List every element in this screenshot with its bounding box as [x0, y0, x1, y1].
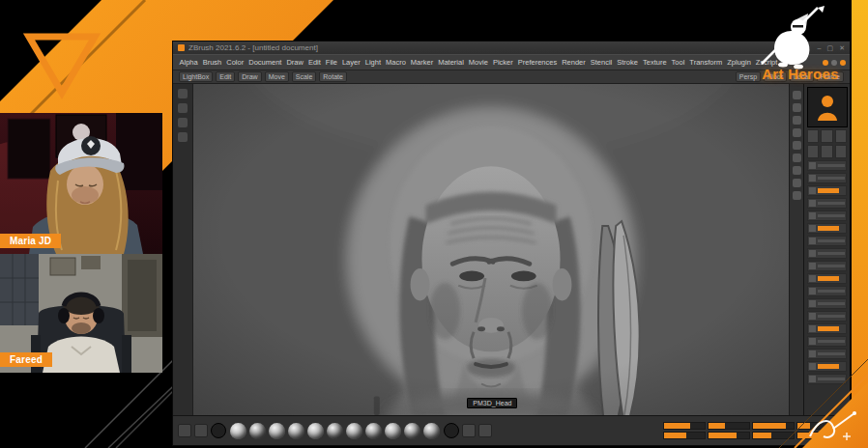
menu-transform[interactable]: Transform — [687, 58, 725, 67]
tray-item[interactable] — [807, 248, 847, 259]
lightbox-icon[interactable] — [178, 424, 191, 437]
tray-item-thumb — [809, 225, 816, 232]
menu-movie[interactable]: Movie — [466, 58, 490, 67]
shelf-button-scale[interactable]: Scale — [292, 71, 317, 82]
material-sphere[interactable] — [423, 423, 440, 439]
material-sphere[interactable] — [327, 423, 343, 439]
tray-item[interactable] — [807, 311, 847, 322]
left-strip-icon[interactable] — [178, 103, 188, 113]
material-sphere[interactable] — [288, 423, 304, 439]
menu-items: AlphaBrushColorDocumentDrawEditFileLayer… — [177, 58, 780, 67]
material-sphere[interactable] — [230, 423, 246, 439]
menu-macro[interactable]: Macro — [383, 58, 408, 67]
tray-item[interactable] — [807, 210, 847, 221]
tray-item[interactable] — [807, 374, 847, 384]
texture-icon[interactable] — [462, 424, 476, 437]
tray-item[interactable] — [807, 261, 847, 271]
stream-frame: Maria JD — [0, 0, 868, 448]
tray-item-line — [818, 202, 845, 205]
menu-color[interactable]: Color — [224, 58, 246, 67]
tray-slider[interactable] — [807, 361, 847, 372]
tray-item[interactable] — [807, 349, 847, 359]
alpha-thumb[interactable] — [211, 423, 226, 438]
left-strip-icon[interactable] — [178, 132, 188, 142]
tray-item-line — [818, 177, 845, 180]
tray-slider[interactable] — [807, 273, 847, 284]
projection-icon[interactable] — [194, 424, 208, 437]
right-shelf-icon[interactable] — [793, 166, 801, 175]
bottom-slider[interactable] — [708, 432, 750, 439]
bottom-slider[interactable] — [663, 422, 706, 430]
gradient-icon[interactable] — [478, 424, 492, 437]
bottom-slider[interactable] — [708, 422, 750, 430]
tool-thumbnail[interactable] — [835, 129, 847, 143]
tray-item[interactable] — [807, 173, 847, 183]
right-shelf-icon[interactable] — [793, 191, 801, 200]
current-tool-thumbnail[interactable] — [807, 87, 848, 127]
bottom-slider[interactable] — [752, 422, 795, 430]
right-shelf-icon[interactable] — [793, 128, 801, 137]
menu-render[interactable]: Render — [560, 58, 589, 67]
shelf-button-move[interactable]: Move — [265, 71, 289, 82]
shelf-button-lightbox[interactable]: LightBox — [179, 71, 213, 82]
menu-preferences[interactable]: Preferences — [515, 58, 559, 67]
tray-slider[interactable] — [807, 223, 847, 234]
tray-item-line — [818, 302, 845, 305]
menu-material[interactable]: Material — [436, 58, 467, 67]
tray-item[interactable] — [807, 336, 847, 347]
menu-picker[interactable]: Picker — [490, 58, 515, 67]
tray-slider[interactable] — [807, 323, 847, 334]
window-title: ZBrush 2021.6.2 - [untitled document] — [188, 43, 814, 52]
bottom-slider[interactable] — [663, 432, 706, 439]
right-shelf-icon[interactable] — [793, 91, 801, 99]
stroke-thumb[interactable] — [444, 423, 459, 438]
tray-item[interactable] — [807, 236, 847, 246]
bottom-slider[interactable] — [752, 432, 795, 439]
tool-thumbnail[interactable] — [821, 129, 832, 143]
tray-slider-fill — [818, 326, 839, 331]
material-sphere[interactable] — [365, 423, 382, 439]
menu-zplugin[interactable]: Zplugin — [725, 58, 754, 67]
material-sphere[interactable] — [249, 423, 266, 439]
tray-item[interactable] — [807, 286, 847, 296]
material-sphere[interactable] — [269, 423, 285, 439]
tool-thumbnail[interactable] — [807, 145, 819, 158]
material-sphere[interactable] — [404, 423, 420, 439]
left-strip-icon[interactable] — [178, 118, 188, 127]
material-sphere[interactable] — [385, 423, 401, 439]
menu-draw[interactable]: Draw — [284, 58, 306, 67]
tool-thumbnail[interactable] — [807, 129, 819, 143]
menu-edit[interactable]: Edit — [305, 58, 323, 67]
shelf-button-draw[interactable]: Draw — [238, 71, 261, 82]
webcam-maria: Maria JD — [0, 113, 162, 254]
menu-brush[interactable]: Brush — [200, 58, 224, 67]
material-sphere[interactable] — [307, 423, 324, 439]
menu-stencil[interactable]: Stencil — [588, 58, 615, 67]
menu-light[interactable]: Light — [362, 58, 383, 67]
tray-item[interactable] — [807, 198, 847, 209]
right-shelf-icon[interactable] — [793, 141, 801, 150]
menu-stroke[interactable]: Stroke — [615, 58, 641, 67]
menu-tool[interactable]: Tool — [669, 58, 687, 67]
menu-alpha[interactable]: Alpha — [177, 58, 200, 67]
menu-texture[interactable]: Texture — [640, 58, 669, 67]
left-strip-icon[interactable] — [178, 89, 188, 98]
tool-thumbnail[interactable] — [835, 145, 847, 158]
shelf-button-edit[interactable]: Edit — [216, 71, 235, 82]
tool-thumbnail[interactable] — [821, 145, 832, 158]
menu-file[interactable]: File — [323, 58, 339, 67]
menu-document[interactable]: Document — [246, 58, 284, 67]
right-shelf-icon[interactable] — [793, 154, 801, 162]
right-shelf-icon[interactable] — [793, 116, 801, 125]
sculpt-viewport[interactable]: PM3D_Head — [193, 84, 789, 415]
menu-layer[interactable]: Layer — [339, 58, 362, 67]
tray-item-thumb — [809, 363, 816, 370]
tray-item[interactable] — [807, 160, 847, 171]
right-shelf-icon[interactable] — [793, 179, 801, 187]
right-shelf-icon[interactable] — [793, 103, 801, 112]
tray-slider[interactable] — [807, 185, 847, 196]
shelf-button-rotate[interactable]: Rotate — [319, 71, 347, 82]
tray-item[interactable] — [807, 298, 847, 309]
menu-marker[interactable]: Marker — [408, 58, 435, 67]
material-sphere[interactable] — [346, 423, 362, 439]
